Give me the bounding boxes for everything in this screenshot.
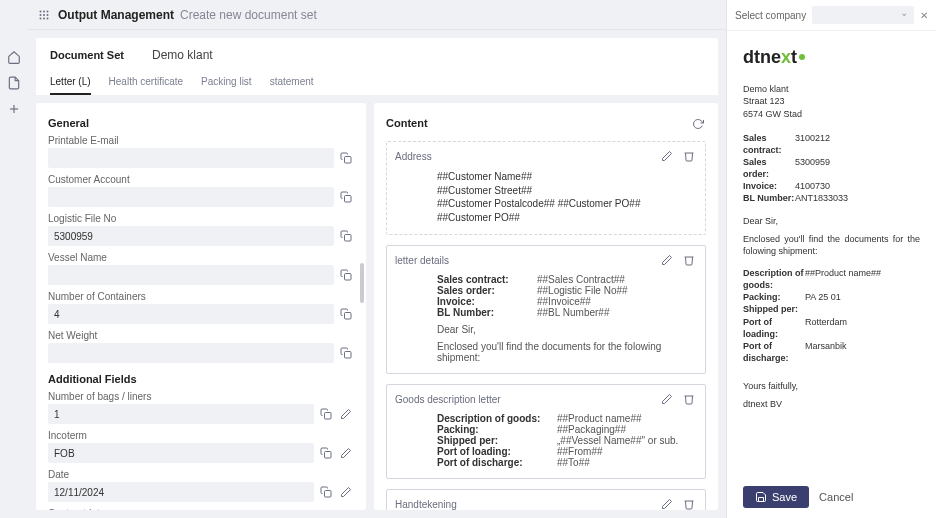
panel-content: Content Address ##Customer Name## ##Cust… [374,103,718,510]
field-label: Logistic File No [48,213,354,224]
field: Date [48,469,354,502]
field-input[interactable] [48,482,314,502]
tab-letter[interactable]: Letter (L) [50,72,91,95]
field-input[interactable] [48,226,334,246]
preview-addr: Straat 123 [743,95,920,107]
copy-icon[interactable] [338,189,354,205]
preview-pane: Select company ✕ dtnext Demo klant Straa… [726,0,936,518]
field-input[interactable] [48,148,334,168]
field-label: Customer Account [48,174,354,185]
tab-health[interactable]: Health certificate [109,72,183,95]
edit-icon[interactable] [659,148,675,164]
field: Number of Containers [48,291,354,324]
copy-icon[interactable] [338,345,354,361]
svg-rect-18 [325,452,332,459]
preview-addr: 6574 GW Stad [743,108,920,120]
block-letter-details: letter details Sales contract:##Sales Co… [386,245,706,374]
app-title: Output Management [58,8,174,22]
field-label: Number of bags / liners [48,391,354,402]
company-select[interactable] [812,6,914,24]
block-goods-title: Goods description letter [395,394,501,405]
trash-icon[interactable] [681,148,697,164]
section-content-title: Content [386,117,428,129]
block-letter-title: letter details [395,255,449,266]
copy-icon[interactable] [338,228,354,244]
trash-icon[interactable] [681,496,697,510]
logo: dtnext [743,45,920,69]
edit-icon[interactable] [338,445,354,461]
svg-point-3 [43,10,45,12]
cancel-button[interactable]: Cancel [819,491,853,503]
field-input[interactable] [48,304,334,324]
letter-greeting: Dear Sir, [395,324,697,335]
field-label: Printable E-mail [48,135,354,146]
refresh-icon[interactable] [690,116,706,132]
preview-addr: Demo klant [743,83,920,95]
svg-rect-19 [325,491,332,498]
document-icon[interactable] [7,76,21,90]
section-general-title: General [48,117,354,129]
copy-icon[interactable] [318,406,334,422]
copy-icon[interactable] [338,267,354,283]
plus-icon[interactable] [7,102,21,116]
svg-rect-17 [325,413,332,420]
field: Logistic File No [48,213,354,246]
tab-statement[interactable]: statement [270,72,314,95]
svg-point-5 [40,14,42,16]
copy-icon[interactable] [338,150,354,166]
app-subtitle: Create new document set [180,8,317,22]
block-goods: Goods description letter Description of … [386,384,706,479]
apps-icon[interactable] [38,9,50,21]
field-input[interactable] [48,343,334,363]
copy-icon[interactable] [318,445,334,461]
field: Net Weight [48,330,354,363]
field-input[interactable] [48,404,314,424]
edit-icon[interactable] [338,484,354,500]
trash-icon[interactable] [681,391,697,407]
nav-rail [0,0,28,518]
edit-icon[interactable] [659,391,675,407]
field: Contractdate [48,508,354,510]
svg-rect-11 [345,157,352,164]
tab-packing[interactable]: Packing list [201,72,252,95]
field-label: Number of Containers [48,291,354,302]
addr-line: ##Customer Name## [437,170,697,184]
page-header: Document Set Demo klant Letter (L) Healt… [36,38,718,95]
copy-icon[interactable] [318,484,334,500]
field-input[interactable] [48,187,334,207]
scrollbar[interactable] [360,263,364,303]
tabs: Letter (L) Health certificate Packing li… [50,72,704,95]
svg-rect-15 [345,313,352,320]
edit-icon[interactable] [659,496,675,510]
svg-point-9 [43,17,45,19]
addr-line: ##Customer Street## [437,184,697,198]
copy-icon[interactable] [338,306,354,322]
field-input[interactable] [48,265,334,285]
trash-icon[interactable] [681,252,697,268]
docset-label: Document Set [50,49,124,61]
svg-point-6 [43,14,45,16]
block-signature: Handtekening Yours faitfully, dtnext BV [386,489,706,510]
field-label: Incoterm [48,430,354,441]
home-icon[interactable] [7,50,21,64]
field-input[interactable] [48,443,314,463]
block-address: Address ##Customer Name## ##Customer Str… [386,141,706,235]
addr-line: ##Customer PO## [437,211,697,225]
svg-point-4 [47,10,49,12]
save-button[interactable]: Save [743,486,809,508]
preview-yours: Yours faitfully, [743,380,920,392]
edit-icon[interactable] [659,252,675,268]
section-additional-title: Additional Fields [48,373,354,385]
close-icon[interactable]: ✕ [920,10,928,21]
edit-icon[interactable] [338,406,354,422]
svg-rect-14 [345,274,352,281]
field: Printable E-mail [48,135,354,168]
svg-rect-16 [345,352,352,359]
svg-point-7 [47,14,49,16]
field-label: Contractdate [48,508,354,510]
field: Customer Account [48,174,354,207]
block-address-title: Address [395,151,432,162]
field: Vessel Name [48,252,354,285]
svg-point-2 [40,10,42,12]
svg-point-10 [47,17,49,19]
